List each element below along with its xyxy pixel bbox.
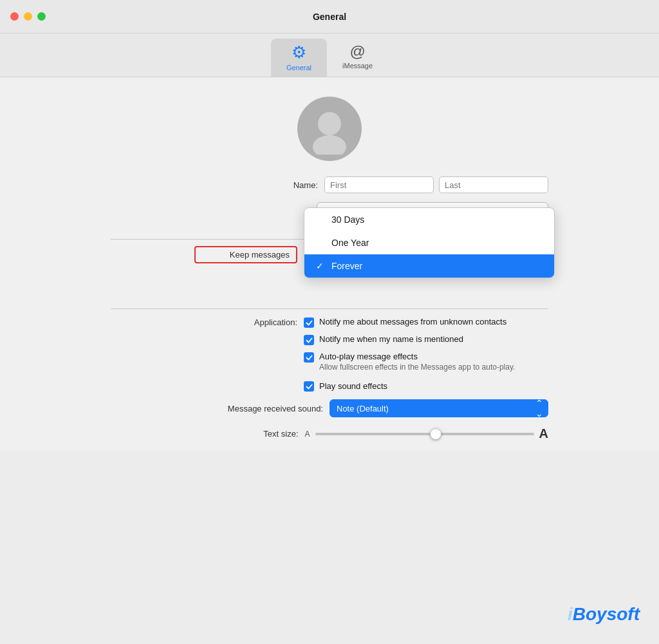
option-forever[interactable]: ✓ Forever	[304, 254, 554, 278]
check-icon-2	[306, 337, 313, 344]
first-name-input[interactable]	[324, 176, 434, 193]
application-row: Application: Notify me about messages fr…	[111, 317, 548, 392]
close-button[interactable]	[10, 12, 19, 21]
checkbox-unknown-contacts[interactable]	[304, 317, 314, 328]
name-fields	[324, 176, 548, 193]
checkbox-name-label: Notify me when my name is mentioned	[319, 334, 463, 344]
form-area: Name: Set up Name and Photo Sharing... K…	[111, 176, 548, 450]
window-title: General	[313, 12, 346, 22]
svg-point-0	[318, 112, 341, 135]
name-row: Name:	[111, 176, 548, 193]
check-forever: ✓	[316, 261, 326, 271]
sound-value: Note (Default)	[337, 404, 389, 413]
play-sound-label: Play sound effects	[319, 381, 387, 391]
avatar-container	[297, 97, 362, 161]
keep-messages-label: Keep messages	[194, 246, 297, 263]
checkbox-autoplay-sub: Allow fullscreen effects in the Messages…	[319, 363, 515, 372]
sound-select[interactable]: Note (Default)	[330, 399, 548, 417]
titlebar: General	[0, 0, 659, 33]
maximize-button[interactable]	[37, 12, 46, 21]
sound-label: Message received sound:	[220, 404, 323, 413]
main-content: Name: Set up Name and Photo Sharing... K…	[0, 77, 659, 450]
checkbox-play-sound[interactable]	[304, 381, 314, 392]
sound-select-wrapper: Note (Default) ⌃⌄	[330, 399, 548, 417]
window-controls	[10, 12, 46, 21]
option-oneyear[interactable]: One Year	[304, 231, 554, 254]
checkbox-name-mentioned[interactable]	[304, 335, 314, 345]
checkbox-item-sound: Play sound effects	[304, 381, 548, 392]
text-size-large-a: A	[539, 426, 548, 441]
tab-imessage-label: iMessage	[342, 62, 373, 70]
check-icon	[306, 319, 313, 327]
watermark-i: i	[568, 604, 573, 624]
tab-general-label: General	[286, 64, 311, 71]
avatar-svg	[304, 103, 355, 155]
checkbox-item-name: Notify me when my name is mentioned	[304, 334, 548, 345]
text-size-slider[interactable]	[315, 433, 534, 435]
text-size-label: Text size:	[196, 429, 299, 439]
avatar[interactable]	[297, 97, 362, 161]
check-oneyear	[316, 238, 326, 248]
checkbox-autoplay[interactable]	[304, 352, 314, 363]
at-icon: @	[349, 43, 365, 61]
check-icon-3	[306, 354, 313, 361]
checkbox-item-unknown: Notify me about messages from unknown co…	[304, 317, 548, 328]
application-checkboxes: Notify me about messages from unknown co…	[304, 317, 548, 392]
minimize-button[interactable]	[24, 12, 32, 21]
option-30days[interactable]: 30 Days	[304, 208, 554, 231]
last-name-input[interactable]	[439, 176, 548, 193]
check-icon-4	[306, 383, 313, 390]
text-size-row: Text size: A A	[111, 426, 548, 441]
keep-messages-dropdown[interactable]: 30 Days One Year ✓ Forever	[304, 207, 555, 278]
checkbox-autoplay-label: Auto-play message effects	[319, 352, 515, 361]
tab-general[interactable]: ⚙ General	[271, 39, 327, 77]
watermark-rest: Boysoft	[573, 604, 640, 624]
toolbar: ⚙ General @ iMessage	[0, 33, 659, 77]
check-30days	[316, 214, 326, 225]
divider-middle	[111, 308, 548, 309]
name-label: Name:	[215, 180, 318, 190]
checkbox-unknown-label: Notify me about messages from unknown co…	[319, 317, 506, 327]
slider-thumb[interactable]	[430, 428, 441, 440]
svg-point-1	[313, 135, 346, 155]
sound-row: Message received sound: Note (Default) ⌃…	[111, 399, 548, 417]
tab-imessage[interactable]: @ iMessage	[327, 39, 388, 77]
application-label: Application:	[194, 317, 297, 327]
text-size-small-a: A	[305, 430, 310, 439]
gear-icon: ⚙	[292, 43, 306, 62]
watermark: iBoysoft	[568, 604, 640, 625]
keep-messages-row: Keep messages 30 Days One Year ✓ Forever	[111, 246, 548, 263]
checkbox-item-autoplay: Auto-play message effects Allow fullscre…	[304, 352, 548, 372]
